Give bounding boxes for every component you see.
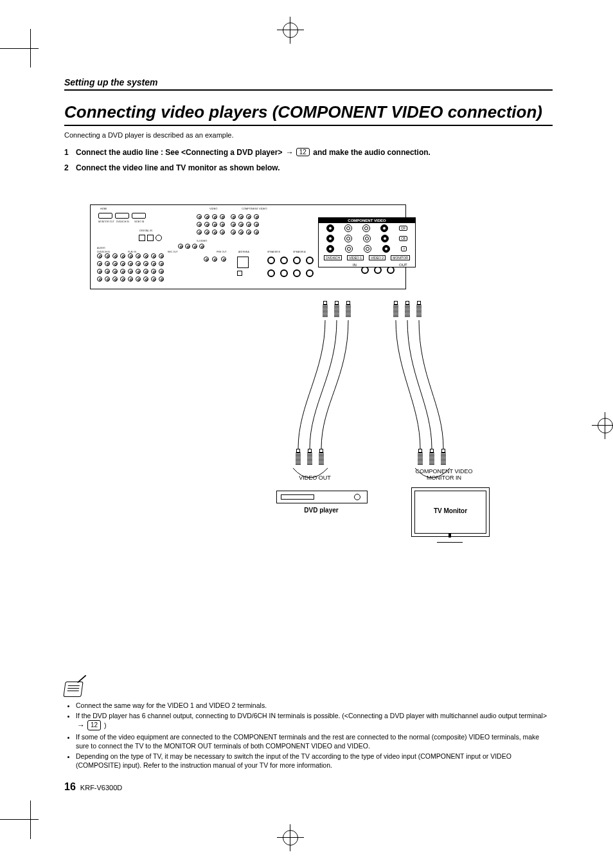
label-rec-out: REC OUT — [168, 251, 178, 253]
plug-group-left — [323, 301, 351, 320]
dvd-player-illustration — [276, 491, 368, 503]
rca-jack — [326, 224, 334, 232]
notes-section: Connect the same way for the VIDEO 1 and… — [64, 682, 553, 771]
label-speaker-b: SPEAKER B — [267, 251, 280, 253]
col-label-video1: VIDEO 1 — [347, 255, 364, 260]
crop-mark-bottom-left — [0, 800, 39, 839]
connection-diagram: HDMI VIDEO COMPONENT VIDEO MONITOR OUT D… — [90, 204, 527, 565]
step-2-text: Connect the video line and TV monitor as… — [76, 163, 280, 172]
plug-group-right — [393, 301, 422, 320]
registration-mark-top — [283, 23, 298, 38]
intro-text: Connecting a DVD player is described as … — [64, 131, 553, 139]
rca-plug — [296, 449, 301, 468]
note-item-4: Depending on the type of TV, it may be n… — [76, 752, 553, 770]
rca-jack — [344, 224, 352, 232]
step-1-number: 1 — [64, 148, 76, 157]
note-icon — [63, 682, 83, 697]
rca-jack — [364, 245, 371, 253]
component-video-title: COMPONENT VIDEO — [319, 218, 415, 223]
component-monitor-in-line2: MONITOR IN — [427, 475, 461, 481]
row-label-y: Y — [401, 246, 407, 251]
rca-plug — [334, 301, 339, 320]
rca-plug — [418, 449, 423, 468]
component-monitor-in-line1: COMPONENT VIDEO — [416, 468, 473, 475]
component-video-detail: COMPONENT VIDEO CR CB Y — [318, 217, 416, 267]
optical-port — [147, 235, 154, 241]
component-monitor-in-label: COMPONENT VIDEO MONITOR IN — [409, 468, 479, 481]
page-ref-12: 12 — [296, 148, 310, 156]
label-dvd6ch-in: DVD/6CH IN — [116, 221, 129, 223]
tv-monitor-illustration: TV Monitor — [411, 487, 490, 537]
rca-plug — [393, 301, 398, 320]
label-monitor-out: MONITOR OUT — [98, 221, 114, 223]
note-item-1: Connect the same way for the VIDEO 1 and… — [76, 701, 553, 710]
crop-mark-top-left — [0, 29, 39, 68]
page-ref-12b: 12 — [87, 720, 101, 730]
row-label-cr: CR — [399, 226, 407, 231]
step-2-number: 2 — [64, 163, 76, 172]
hdmi-port — [98, 213, 112, 219]
rca-plug — [307, 449, 312, 468]
step-1-text-a: Connect the audio line : See <Connecting… — [76, 148, 282, 157]
rca-jack — [363, 235, 371, 242]
step-1-text-b: and make the audio connection. — [313, 148, 431, 157]
rca-jack — [381, 235, 389, 242]
in-label: IN — [319, 263, 391, 267]
tv-monitor-label: TV Monitor — [412, 507, 489, 514]
page-number: 16 — [64, 781, 76, 792]
note-item-2-text: If the DVD player has 6 channel output, … — [76, 712, 547, 719]
video-out-label: VIDEO OUT — [296, 475, 334, 481]
label-component-video: COMPONENT VIDEO — [242, 208, 267, 210]
label-hdmi: HDMI — [100, 208, 107, 210]
note-list: Connect the same way for the VIDEO 1 and… — [64, 701, 553, 770]
tv-stand — [437, 536, 463, 543]
plug-group-dvd — [296, 449, 324, 468]
col-label-video2: VIDEO 2 — [369, 255, 386, 260]
arrow-icon: → — [286, 148, 294, 157]
rca-jack — [380, 224, 388, 232]
step-2: 2 Connect the video line and TV monitor … — [64, 163, 553, 172]
rca-plug — [416, 301, 422, 320]
label-s-video: S-VIDEO — [197, 240, 207, 242]
gnd-terminal — [237, 271, 242, 276]
model-name: KRF-V6300D — [80, 784, 122, 791]
registration-mark-right — [598, 418, 613, 433]
row-label-cb: CB — [399, 236, 407, 241]
page-footer: 16 KRF-V6300D — [64, 781, 122, 793]
rca-jack — [326, 235, 334, 242]
rca-plug — [323, 301, 328, 320]
optical-port — [139, 235, 145, 241]
hdmi-port — [115, 213, 129, 219]
note-item-3: If some of the video equipment are conne… — [76, 732, 553, 750]
coaxial-port — [155, 235, 162, 241]
rca-jack — [345, 245, 353, 253]
rca-jack — [326, 245, 334, 253]
page-title: Connecting video players (COMPONENT VIDE… — [64, 102, 553, 126]
audio-rca-bank — [97, 253, 165, 283]
arrow-icon: → — [77, 721, 85, 730]
rca-plug — [429, 449, 434, 468]
rca-plug — [405, 301, 410, 320]
dvd-player-label: DVD player — [296, 507, 347, 514]
rca-jack — [344, 235, 352, 242]
col-label-dvd6ch: DVD/6CH — [324, 255, 342, 260]
label-audio: AUDIO — [97, 247, 105, 249]
label-video-in: VIDEO IN — [134, 221, 144, 223]
rca-jack — [382, 245, 390, 253]
note-item-2: If the DVD player has 6 channel output, … — [76, 711, 553, 730]
rca-plug — [346, 301, 351, 320]
col-label-monitor: MONITOR — [391, 255, 410, 260]
rca-plug — [319, 449, 324, 468]
label-video: VIDEO — [209, 208, 217, 210]
hdmi-port — [132, 213, 146, 219]
step-1-text: Connect the audio line : See <Connecting… — [76, 148, 431, 157]
out-label: OUT — [391, 263, 415, 267]
step-1: 1 Connect the audio line : See <Connecti… — [64, 148, 553, 157]
rca-jack — [362, 224, 370, 232]
registration-mark-bottom — [283, 830, 298, 845]
section-header: Setting up the system — [64, 77, 553, 91]
label-antenna: ANTENNA — [238, 251, 249, 253]
label-digital-in: DIGITAL IN — [139, 230, 152, 232]
plug-group-tv — [418, 449, 446, 468]
label-speaker-a: SPEAKER A — [293, 251, 306, 253]
